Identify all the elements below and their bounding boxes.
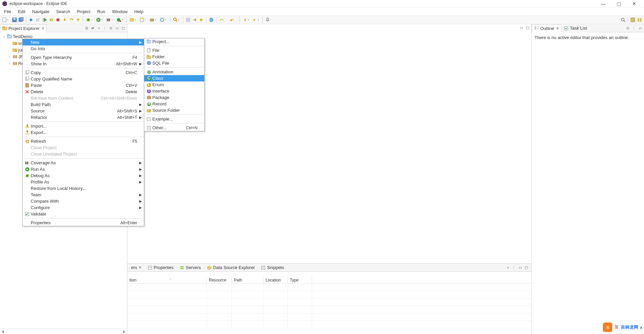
menu-item-example[interactable]: Example... — [144, 116, 204, 122]
context-menu[interactable]: New▶Go IntoOpen Type HierarchyF4Show InA… — [22, 39, 144, 226]
menu-item-refactor[interactable]: RefactorAlt+Shift+T▶ — [23, 114, 144, 121]
menu-item-debug-as[interactable]: Debug As▶ — [23, 172, 144, 179]
menu-item-source-folder[interactable]: Source Folder — [144, 107, 204, 113]
pin-editor-button[interactable] — [265, 17, 271, 23]
quick-access-button[interactable] — [620, 17, 626, 23]
toggle-breakpoint-button[interactable] — [28, 17, 34, 23]
suspend-button[interactable] — [48, 17, 54, 23]
col-path[interactable]: Path — [232, 276, 264, 283]
menu-item-team[interactable]: Team▶ — [23, 192, 144, 198]
perspective-javaee-button[interactable] — [630, 17, 636, 23]
menu-item-class[interactable]: CClass — [144, 75, 204, 81]
menu-item-copy-qualified-name[interactable]: Copy Qualified Name — [23, 76, 144, 82]
menu-file[interactable]: File — [1, 8, 14, 15]
col-location[interactable]: Location — [264, 276, 288, 283]
menu-item-paste[interactable]: PasteCtrl+V — [23, 82, 144, 89]
forward-button[interactable] — [251, 17, 261, 23]
menu-search[interactable]: Search — [53, 8, 73, 15]
menu-item-copy[interactable]: CopyCtrl+C — [23, 69, 144, 76]
save-button[interactable] — [11, 17, 18, 23]
open-type-button[interactable] — [159, 17, 168, 23]
menu-item-build-path[interactable]: Build Path▶ — [23, 101, 144, 108]
close-button[interactable]: ✕ — [626, 1, 642, 6]
menu-item-run-as[interactable]: Run As▶ — [23, 166, 144, 172]
menu-item-go-into[interactable]: Go Into — [23, 45, 144, 52]
new-dropdown-button[interactable] — [1, 17, 11, 23]
outline-tab[interactable]: Outline ✕ — [532, 24, 561, 32]
new-server-button[interactable] — [128, 17, 138, 23]
terminate-button[interactable] — [55, 17, 61, 23]
view-menu-button[interactable]: ⋮ — [511, 265, 517, 270]
menu-item-new[interactable]: New▶ — [23, 39, 144, 45]
menu-navigate[interactable]: Navigate — [29, 8, 53, 15]
search-dropdown-button[interactable] — [172, 17, 181, 23]
col-resource[interactable]: Resource — [207, 276, 232, 283]
menu-edit[interactable]: Edit — [14, 8, 29, 15]
menu-help[interactable]: Help — [131, 8, 147, 15]
tasklist-tab[interactable]: Task List — [561, 24, 589, 32]
filter-button[interactable]: ▿ — [96, 26, 101, 31]
menu-item-source[interactable]: SourceAlt+Shift+S▶ — [23, 108, 144, 114]
tab-markers[interactable]: ers ✕ — [129, 264, 144, 271]
menu-item-project[interactable]: Project... — [144, 38, 204, 45]
coverage-dropdown-button[interactable] — [105, 17, 115, 23]
tab-datasource[interactable]: Data Source Explorer — [205, 264, 257, 271]
close-icon[interactable]: ✕ — [556, 26, 559, 31]
menu-project[interactable]: Project — [73, 8, 94, 15]
step-into-button[interactable] — [62, 17, 68, 23]
minimize-button[interactable]: — — [595, 1, 611, 6]
minimize-editor-button[interactable]: ▭ — [519, 25, 524, 30]
next-edit-button[interactable] — [218, 17, 227, 23]
maximize-editor-button[interactable]: ▢ — [525, 25, 530, 30]
collapse-all-button[interactable]: ⊟ — [84, 26, 89, 31]
maximize-view-button[interactable]: ▢ — [120, 26, 126, 31]
link-editor-button[interactable]: ⇄ — [90, 26, 95, 31]
tab-snippets[interactable]: Snippets — [258, 264, 286, 271]
menu-item-profile-as[interactable]: Profile As▶ — [23, 179, 144, 185]
menu-item-validate[interactable]: Validate — [23, 211, 144, 217]
maximize-view-button[interactable]: ▢ — [523, 265, 529, 270]
menu-item-package[interactable]: Package — [144, 94, 204, 101]
menu-item-coverage-as[interactable]: Coverage As▶ — [23, 160, 144, 166]
prev-annotation-button[interactable] — [198, 17, 205, 23]
step-return-button[interactable] — [75, 17, 81, 23]
menu-item-enum[interactable]: EEnum — [144, 81, 204, 88]
resume-button[interactable] — [41, 17, 48, 23]
toggle-mark-button[interactable] — [185, 17, 191, 23]
menu-item-open-type-hierarchy[interactable]: Open Type HierarchyF4 — [23, 54, 144, 61]
minimize-view-button[interactable]: ▭ — [637, 26, 643, 31]
back-button[interactable] — [241, 17, 251, 23]
web-browser-button[interactable] — [208, 17, 214, 23]
new-element-button[interactable] — [139, 17, 148, 23]
menu-item-delete[interactable]: DeleteDelete — [23, 89, 144, 95]
menu-run[interactable]: Run — [94, 8, 109, 15]
menu-item-file[interactable]: File — [144, 47, 204, 54]
menu-item-restore-from-local-history[interactable]: Restore from Local History... — [23, 185, 144, 192]
view-menu-button[interactable]: ⋮ — [102, 26, 108, 31]
menu-item-folder[interactable]: Folder — [144, 54, 204, 60]
menu-item-record[interactable]: RRecord — [144, 101, 204, 107]
chevron-down-icon[interactable]: ⌄ — [2, 35, 6, 38]
step-over-button[interactable] — [68, 17, 74, 23]
perspective-switch-button[interactable] — [637, 17, 643, 23]
tab-properties[interactable]: Properties — [145, 264, 176, 271]
col-description[interactable]: tion⌃ — [127, 276, 207, 283]
menu-item-refresh[interactable]: RefreshF5 — [23, 138, 144, 144]
maximize-button[interactable]: ▢ — [611, 1, 626, 6]
chevron-right-icon[interactable]: › — [7, 62, 11, 65]
new-package-button[interactable] — [149, 17, 158, 23]
menu-item-interface[interactable]: IInterface — [144, 88, 204, 94]
menu-item-sql-file[interactable]: SQL File — [144, 60, 204, 66]
col-type[interactable]: Type — [288, 276, 312, 283]
close-icon[interactable]: ✕ — [139, 265, 142, 270]
horizontal-scrollbar[interactable]: ◀ ▶ — [0, 329, 127, 334]
last-edit-button[interactable] — [228, 17, 238, 23]
menu-item-properties[interactable]: PropertiesAlt+Enter — [23, 220, 144, 226]
next-annotation-button[interactable] — [192, 17, 198, 23]
debug-dropdown-button[interactable] — [85, 17, 94, 23]
tab-servers[interactable]: Servers — [177, 264, 203, 271]
minimize-view-button[interactable]: ▭ — [517, 265, 523, 270]
menu-window[interactable]: Window — [109, 8, 131, 15]
menu-item-export[interactable]: Export... — [23, 129, 144, 136]
menu-item-annotation[interactable]: @Annotation — [144, 69, 204, 75]
